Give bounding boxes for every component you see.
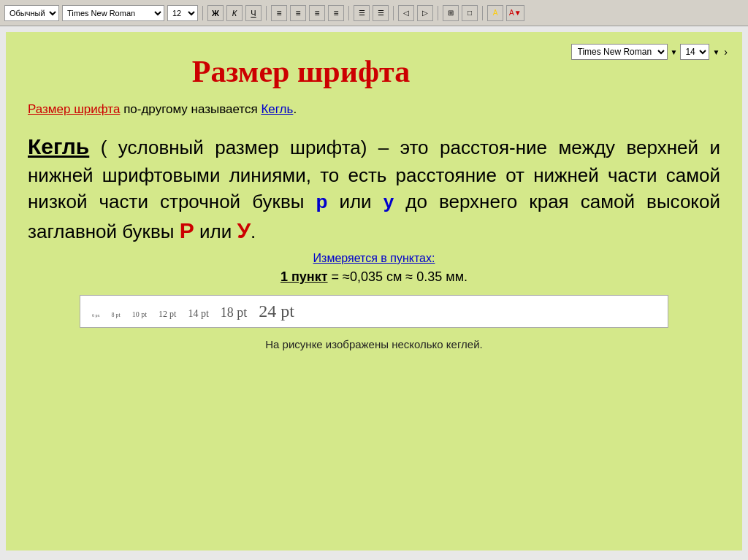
sizes-caption: На рисунке изображены несколько кеглей. bbox=[28, 338, 720, 350]
ordered-list-button[interactable]: ☰ bbox=[373, 5, 389, 21]
letter-p: р bbox=[316, 191, 327, 212]
subtitle-end: . bbox=[293, 102, 297, 116]
size-14pt: 14 pt bbox=[188, 308, 208, 320]
separator-1 bbox=[202, 6, 203, 20]
underline-button[interactable]: Ч bbox=[245, 5, 262, 21]
subtitle-text: по-другому называется bbox=[120, 102, 261, 116]
paragraph-text-2: или bbox=[327, 191, 383, 212]
size-24pt: 24 pt bbox=[259, 302, 294, 321]
align-justify-icon: ≡ bbox=[333, 8, 338, 18]
list-button[interactable]: ☰ bbox=[354, 5, 370, 21]
ordered-list-icon: ☰ bbox=[378, 9, 384, 17]
size-18pt: 18 pt bbox=[221, 305, 248, 321]
border-button[interactable]: □ bbox=[462, 5, 478, 21]
kegl-term: Кегль bbox=[28, 134, 89, 158]
one-point-line: 1 пункт = ≈0,035 см ≈ 0.35 мм. bbox=[28, 269, 720, 285]
align-right-icon: ≡ bbox=[314, 8, 319, 18]
increase-indent-button[interactable]: ▷ bbox=[417, 5, 433, 21]
letter-P-big: Р bbox=[180, 218, 194, 242]
table-icon: ⊞ bbox=[448, 9, 454, 17]
border-icon: □ bbox=[468, 9, 472, 17]
font-size-box-select[interactable]: 14 bbox=[680, 44, 709, 60]
size-8pt: 8 pt bbox=[112, 312, 121, 318]
measured-label: Измеряется в пунктах: bbox=[28, 252, 720, 265]
font-box: Times New Roman ▼ 14 ▼ › bbox=[571, 44, 728, 60]
more-icon: › bbox=[724, 46, 728, 58]
size-6pt: 6 рх bbox=[92, 313, 100, 318]
paragraph-text-4: или bbox=[194, 220, 237, 242]
paragraph-end: . bbox=[251, 220, 256, 242]
size-dropdown-arrow-icon: ▼ bbox=[712, 48, 720, 56]
subtitle-link-font-size: Размер шрифта bbox=[28, 102, 120, 116]
font-color-button[interactable]: A▼ bbox=[506, 5, 524, 21]
sizes-box: 6 рх 8 pt 10 pt 12 pt 14 pt 18 pt 24 pt bbox=[80, 295, 668, 328]
separator-3 bbox=[348, 6, 349, 20]
highlight-icon: A bbox=[493, 9, 498, 17]
separator-4 bbox=[393, 6, 394, 20]
increase-indent-icon: ▷ bbox=[422, 9, 428, 17]
align-left-button[interactable]: ≡ bbox=[271, 5, 287, 21]
separator-6 bbox=[482, 6, 483, 20]
font-size-select[interactable]: 12 bbox=[167, 5, 198, 21]
style-select[interactable]: Обычный bbox=[4, 5, 59, 21]
one-point-label: 1 пункт bbox=[280, 269, 328, 284]
list-icon: ☰ bbox=[359, 9, 365, 17]
subtitle-link-kegl: Кегль bbox=[261, 102, 293, 116]
align-center-icon: ≡ bbox=[295, 8, 300, 18]
toolbar: Обычный Times New Roman 12 Ж К Ч ≡ ≡ ≡ ≡… bbox=[0, 0, 748, 26]
size-10pt: 10 pt bbox=[132, 310, 147, 318]
separator-2 bbox=[266, 6, 267, 20]
highlight-button[interactable]: A bbox=[487, 5, 503, 21]
font-box-select[interactable]: Times New Roman bbox=[571, 44, 668, 60]
align-justify-button[interactable]: ≡ bbox=[328, 5, 344, 21]
font-color-icon: A▼ bbox=[509, 9, 522, 17]
table-button[interactable]: ⊞ bbox=[443, 5, 459, 21]
letter-Y-big: У bbox=[237, 218, 251, 242]
font-select[interactable]: Times New Roman bbox=[62, 5, 164, 21]
align-right-button[interactable]: ≡ bbox=[309, 5, 325, 21]
bold-button[interactable]: Ж bbox=[207, 5, 224, 21]
align-center-button[interactable]: ≡ bbox=[290, 5, 306, 21]
italic-button[interactable]: К bbox=[226, 5, 243, 21]
decrease-indent-icon: ◁ bbox=[403, 9, 409, 17]
letter-y: у bbox=[383, 191, 394, 212]
main-paragraph: Кегль ( условный размер шрифта) – это ра… bbox=[28, 131, 720, 246]
separator-5 bbox=[438, 6, 438, 20]
align-left-icon: ≡ bbox=[276, 8, 281, 18]
content-area: Times New Roman ▼ 14 ▼ › Размер шрифта Р… bbox=[6, 32, 742, 551]
decrease-indent-button[interactable]: ◁ bbox=[398, 5, 414, 21]
dropdown-arrow-icon: ▼ bbox=[671, 48, 678, 56]
subtitle-line: Размер шрифта по-другому называется Кегл… bbox=[28, 102, 720, 117]
size-12pt: 12 pt bbox=[159, 309, 176, 320]
one-point-eq: = ≈0,035 см ≈ 0.35 мм. bbox=[328, 269, 468, 284]
